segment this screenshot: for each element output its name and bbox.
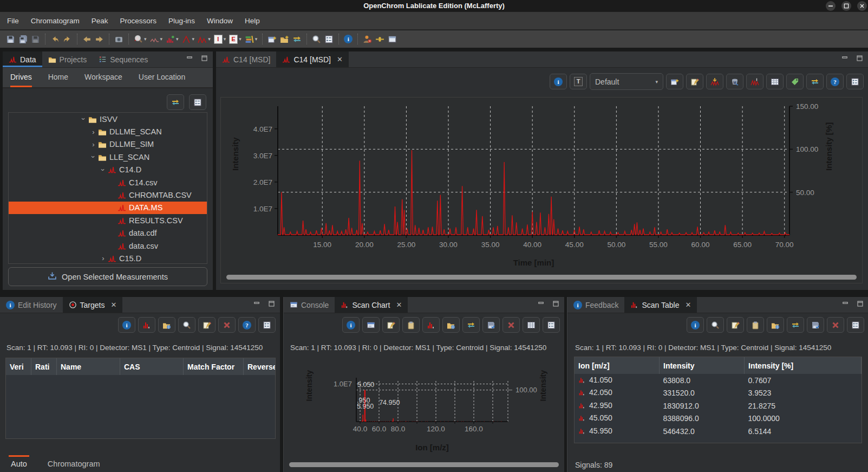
add-target-button[interactable] (138, 317, 155, 333)
plugin-connector-button[interactable] (374, 31, 386, 47)
reset-chromatogram-button[interactable] (746, 74, 763, 89)
menu-processors[interactable]: Processors (114, 14, 163, 28)
open-selected-measurements-button[interactable]: Open Selected Measurements (8, 267, 207, 286)
chart-info-button[interactable]: i (550, 74, 567, 89)
close-icon[interactable]: ✕ (686, 301, 691, 309)
panel-minimize-button[interactable] (186, 54, 194, 64)
scan-chart-tab-scan-chart[interactable]: Scan Chart✕ (335, 297, 408, 313)
targets-col-reverse-match[interactable]: Reverse Match (244, 358, 276, 375)
info-button[interactable]: i (687, 317, 704, 333)
tags-button[interactable] (786, 74, 804, 89)
panel-maximize-button[interactable] (856, 54, 864, 64)
info-button[interactable]: i (118, 317, 135, 333)
explorer-tab-sequences[interactable]: Sequences (93, 51, 154, 67)
subtract-scan-button[interactable] (422, 317, 440, 333)
ion-table-row[interactable]: 41.05063808.00.7607 (575, 374, 862, 387)
tree-item-c15-d[interactable]: ›C15.D (9, 252, 207, 264)
table-view-button[interactable] (523, 317, 540, 333)
toggle-table-view-button[interactable] (766, 74, 784, 89)
chevron-down-icon[interactable]: ▾ (224, 36, 226, 42)
settings-button[interactable] (847, 317, 864, 333)
forward-button[interactable] (94, 31, 105, 47)
panel-maximize-button[interactable] (552, 300, 560, 310)
window-maximize-button[interactable] (841, 1, 851, 11)
editor-tab-c14-msd-[interactable]: C14 [MSD] (216, 51, 276, 67)
edit-ion-button[interactable] (727, 317, 744, 333)
tree-item-dllme-scan[interactable]: ›DLLME_SCAN (9, 125, 207, 138)
tree-item-dllme-sim[interactable]: ›DLLME_SIM (9, 138, 207, 151)
console-view-button[interactable] (362, 317, 380, 333)
tree-expander-open[interactable]: › (99, 165, 107, 174)
transfer-settings-button[interactable] (787, 317, 804, 333)
close-icon[interactable]: ✕ (111, 301, 117, 309)
library-search-button[interactable]: ▾ (244, 31, 259, 47)
targets-col-rati[interactable]: Rati (31, 358, 57, 375)
ion-col-intensity-%-[interactable]: Intensity [%] (745, 357, 862, 374)
menu-help[interactable]: Help (239, 14, 266, 28)
display-preset-select[interactable]: Default▾ (590, 73, 663, 90)
ion-col-intensity[interactable]: Intensity (660, 357, 745, 374)
edit-chart-button[interactable] (686, 74, 703, 89)
redo-button[interactable] (62, 31, 73, 47)
scan-table-tab-feedback[interactable]: iFeedback (567, 297, 624, 313)
back-button[interactable] (81, 31, 93, 47)
subtab-home[interactable]: Home (48, 68, 68, 87)
tree-item-c14-csv[interactable]: C14.csv (9, 176, 207, 189)
delete-ion-button[interactable] (827, 317, 844, 333)
targets-col-veri[interactable]: Veri (6, 358, 31, 375)
subtab-drives[interactable]: Drives (10, 68, 32, 87)
snapshot-button[interactable] (113, 31, 125, 47)
scan-chart-hscrollbar[interactable] (289, 462, 559, 467)
zoom-chromatogram-button[interactable]: ▾ (133, 31, 148, 47)
delete-scan-button[interactable] (502, 317, 520, 333)
preferences-list-button[interactable] (323, 31, 335, 47)
targets-tab-targets[interactable]: Targets✕ (63, 297, 123, 313)
chevron-down-icon[interactable]: ▾ (144, 36, 147, 42)
targets-footer-tab-chromatogram[interactable]: Chromatogram (45, 455, 102, 469)
tree-item-c14-d[interactable]: ›C14.D (9, 164, 207, 176)
panel-maximize-button[interactable] (267, 300, 276, 310)
toggle-retention-labels-button[interactable]: T (570, 74, 587, 89)
ion-table-row[interactable]: 42.050331520.03.9523 (575, 387, 862, 400)
undo-button[interactable] (49, 31, 61, 47)
save-scan-button[interactable] (807, 317, 824, 333)
process-method-button[interactable]: M (726, 74, 743, 89)
library-import-button[interactable] (442, 317, 460, 333)
peak-integrator-button[interactable]: ▾ (197, 31, 212, 47)
tree-expander-closed[interactable]: › (89, 128, 98, 136)
user-account-button[interactable] (362, 31, 373, 47)
transfer-button[interactable] (291, 31, 303, 47)
tree-expander-closed[interactable]: › (89, 140, 98, 148)
tree-expander-open[interactable]: › (89, 152, 97, 161)
panel-minimize-button[interactable] (841, 300, 850, 310)
targets-footer-tab-auto[interactable]: Auto (9, 455, 29, 469)
explorer-tab-data[interactable]: Data (3, 51, 42, 67)
transfer-settings-button[interactable] (806, 74, 824, 89)
close-icon[interactable]: ✕ (337, 55, 343, 63)
save-as-button[interactable] (30, 31, 41, 47)
chromatogram-export-button[interactable]: E▾ (228, 31, 243, 47)
paste-scan-button[interactable] (402, 317, 420, 333)
settings-button[interactable] (189, 94, 206, 110)
new-window-button[interactable] (266, 31, 278, 47)
menu-peak[interactable]: Peak (86, 14, 114, 28)
panel-maximize-button[interactable] (856, 300, 864, 310)
window-close-button[interactable] (857, 1, 867, 11)
ion-table-row[interactable]: 42.9501830912.021.8275 (575, 399, 862, 412)
import-classifier-button[interactable] (706, 74, 723, 89)
peak-detector-button[interactable]: ▾ (181, 31, 196, 47)
help-button[interactable]: ? (826, 74, 844, 89)
save-all-button[interactable] (17, 31, 29, 47)
chromatogram-chart[interactable]: 1.0E72.0E73.0E74.0E715.0020.0025.0030.00… (221, 99, 863, 287)
chevron-down-icon[interactable]: ▾ (208, 36, 211, 42)
panel-minimize-button[interactable] (253, 300, 261, 310)
chevron-down-icon[interactable]: ▾ (176, 36, 179, 42)
targets-col-name[interactable]: Name (57, 358, 120, 375)
menu-file[interactable]: File (1, 14, 25, 28)
menu-chromatogram[interactable]: Chromatogram (25, 14, 86, 28)
search-target-button[interactable] (178, 317, 195, 333)
chevron-down-icon[interactable]: ▾ (239, 36, 242, 42)
info-button[interactable]: i (343, 31, 354, 47)
chromatogram-identifier-button[interactable]: I▾ (213, 31, 227, 47)
info-button[interactable]: i (342, 317, 360, 333)
